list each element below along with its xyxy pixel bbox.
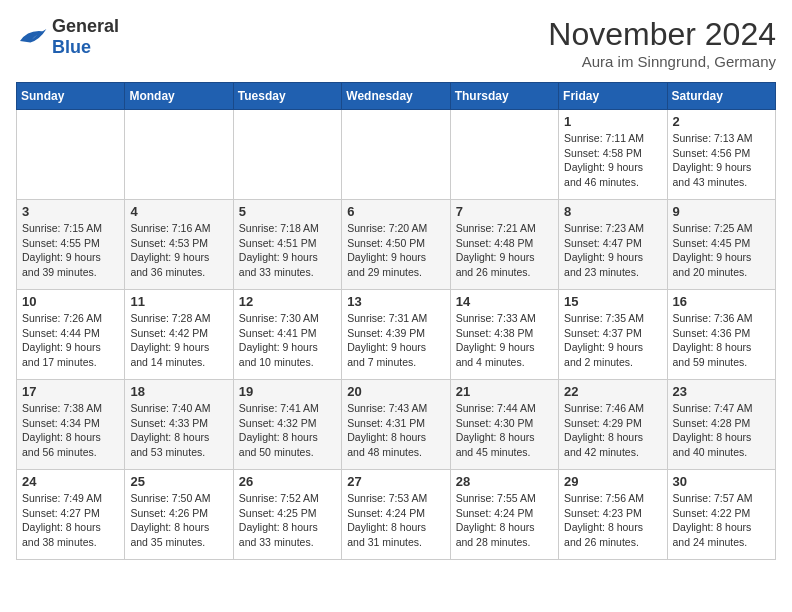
calendar-cell: 10Sunrise: 7:26 AM Sunset: 4:44 PM Dayli…: [17, 290, 125, 380]
logo-bird-icon: [16, 25, 48, 49]
logo-general: General: [52, 16, 119, 36]
calendar-cell: 3Sunrise: 7:15 AM Sunset: 4:55 PM Daylig…: [17, 200, 125, 290]
day-info: Sunrise: 7:38 AM Sunset: 4:34 PM Dayligh…: [22, 401, 119, 460]
calendar-week-row: 24Sunrise: 7:49 AM Sunset: 4:27 PM Dayli…: [17, 470, 776, 560]
calendar-cell: [125, 110, 233, 200]
calendar-cell: 4Sunrise: 7:16 AM Sunset: 4:53 PM Daylig…: [125, 200, 233, 290]
calendar-cell: 7Sunrise: 7:21 AM Sunset: 4:48 PM Daylig…: [450, 200, 558, 290]
day-number: 6: [347, 204, 444, 219]
day-number: 8: [564, 204, 661, 219]
day-number: 12: [239, 294, 336, 309]
day-info: Sunrise: 7:35 AM Sunset: 4:37 PM Dayligh…: [564, 311, 661, 370]
day-info: Sunrise: 7:30 AM Sunset: 4:41 PM Dayligh…: [239, 311, 336, 370]
calendar-cell: 17Sunrise: 7:38 AM Sunset: 4:34 PM Dayli…: [17, 380, 125, 470]
calendar-cell: 2Sunrise: 7:13 AM Sunset: 4:56 PM Daylig…: [667, 110, 775, 200]
location-title: Aura im Sinngrund, Germany: [548, 53, 776, 70]
logo: General Blue: [16, 16, 119, 58]
weekday-header-sunday: Sunday: [17, 83, 125, 110]
calendar-cell: 16Sunrise: 7:36 AM Sunset: 4:36 PM Dayli…: [667, 290, 775, 380]
day-number: 22: [564, 384, 661, 399]
logo-blue: Blue: [52, 37, 91, 57]
calendar-cell: [233, 110, 341, 200]
day-number: 1: [564, 114, 661, 129]
calendar-cell: 21Sunrise: 7:44 AM Sunset: 4:30 PM Dayli…: [450, 380, 558, 470]
day-number: 14: [456, 294, 553, 309]
day-info: Sunrise: 7:53 AM Sunset: 4:24 PM Dayligh…: [347, 491, 444, 550]
calendar-table: SundayMondayTuesdayWednesdayThursdayFrid…: [16, 82, 776, 560]
day-number: 7: [456, 204, 553, 219]
day-info: Sunrise: 7:49 AM Sunset: 4:27 PM Dayligh…: [22, 491, 119, 550]
calendar-cell: 25Sunrise: 7:50 AM Sunset: 4:26 PM Dayli…: [125, 470, 233, 560]
calendar-cell: 23Sunrise: 7:47 AM Sunset: 4:28 PM Dayli…: [667, 380, 775, 470]
day-number: 19: [239, 384, 336, 399]
day-info: Sunrise: 7:25 AM Sunset: 4:45 PM Dayligh…: [673, 221, 770, 280]
calendar-cell: 12Sunrise: 7:30 AM Sunset: 4:41 PM Dayli…: [233, 290, 341, 380]
calendar-cell: 19Sunrise: 7:41 AM Sunset: 4:32 PM Dayli…: [233, 380, 341, 470]
day-number: 13: [347, 294, 444, 309]
day-number: 29: [564, 474, 661, 489]
calendar-cell: 13Sunrise: 7:31 AM Sunset: 4:39 PM Dayli…: [342, 290, 450, 380]
day-info: Sunrise: 7:55 AM Sunset: 4:24 PM Dayligh…: [456, 491, 553, 550]
weekday-header-tuesday: Tuesday: [233, 83, 341, 110]
calendar-cell: 14Sunrise: 7:33 AM Sunset: 4:38 PM Dayli…: [450, 290, 558, 380]
weekday-header-saturday: Saturday: [667, 83, 775, 110]
day-info: Sunrise: 7:43 AM Sunset: 4:31 PM Dayligh…: [347, 401, 444, 460]
day-number: 27: [347, 474, 444, 489]
day-info: Sunrise: 7:11 AM Sunset: 4:58 PM Dayligh…: [564, 131, 661, 190]
day-number: 28: [456, 474, 553, 489]
calendar-cell: 29Sunrise: 7:56 AM Sunset: 4:23 PM Dayli…: [559, 470, 667, 560]
day-info: Sunrise: 7:36 AM Sunset: 4:36 PM Dayligh…: [673, 311, 770, 370]
calendar-cell: 6Sunrise: 7:20 AM Sunset: 4:50 PM Daylig…: [342, 200, 450, 290]
calendar-cell: [450, 110, 558, 200]
title-area: November 2024 Aura im Sinngrund, Germany: [548, 16, 776, 70]
calendar-week-row: 10Sunrise: 7:26 AM Sunset: 4:44 PM Dayli…: [17, 290, 776, 380]
calendar-week-row: 1Sunrise: 7:11 AM Sunset: 4:58 PM Daylig…: [17, 110, 776, 200]
day-number: 15: [564, 294, 661, 309]
day-info: Sunrise: 7:47 AM Sunset: 4:28 PM Dayligh…: [673, 401, 770, 460]
day-info: Sunrise: 7:44 AM Sunset: 4:30 PM Dayligh…: [456, 401, 553, 460]
calendar-cell: 30Sunrise: 7:57 AM Sunset: 4:22 PM Dayli…: [667, 470, 775, 560]
day-info: Sunrise: 7:20 AM Sunset: 4:50 PM Dayligh…: [347, 221, 444, 280]
day-number: 5: [239, 204, 336, 219]
month-title: November 2024: [548, 16, 776, 53]
day-info: Sunrise: 7:56 AM Sunset: 4:23 PM Dayligh…: [564, 491, 661, 550]
day-number: 3: [22, 204, 119, 219]
day-number: 2: [673, 114, 770, 129]
day-info: Sunrise: 7:41 AM Sunset: 4:32 PM Dayligh…: [239, 401, 336, 460]
calendar-cell: 15Sunrise: 7:35 AM Sunset: 4:37 PM Dayli…: [559, 290, 667, 380]
calendar-cell: 24Sunrise: 7:49 AM Sunset: 4:27 PM Dayli…: [17, 470, 125, 560]
calendar-week-row: 17Sunrise: 7:38 AM Sunset: 4:34 PM Dayli…: [17, 380, 776, 470]
calendar-cell: 11Sunrise: 7:28 AM Sunset: 4:42 PM Dayli…: [125, 290, 233, 380]
day-info: Sunrise: 7:46 AM Sunset: 4:29 PM Dayligh…: [564, 401, 661, 460]
weekday-header-friday: Friday: [559, 83, 667, 110]
calendar-cell: 27Sunrise: 7:53 AM Sunset: 4:24 PM Dayli…: [342, 470, 450, 560]
day-info: Sunrise: 7:23 AM Sunset: 4:47 PM Dayligh…: [564, 221, 661, 280]
calendar-week-row: 3Sunrise: 7:15 AM Sunset: 4:55 PM Daylig…: [17, 200, 776, 290]
calendar-cell: 26Sunrise: 7:52 AM Sunset: 4:25 PM Dayli…: [233, 470, 341, 560]
day-number: 16: [673, 294, 770, 309]
calendar-cell: 1Sunrise: 7:11 AM Sunset: 4:58 PM Daylig…: [559, 110, 667, 200]
calendar-cell: 28Sunrise: 7:55 AM Sunset: 4:24 PM Dayli…: [450, 470, 558, 560]
day-info: Sunrise: 7:57 AM Sunset: 4:22 PM Dayligh…: [673, 491, 770, 550]
day-number: 21: [456, 384, 553, 399]
logo-text: General Blue: [52, 16, 119, 58]
day-number: 9: [673, 204, 770, 219]
day-info: Sunrise: 7:13 AM Sunset: 4:56 PM Dayligh…: [673, 131, 770, 190]
day-number: 25: [130, 474, 227, 489]
calendar-cell: 5Sunrise: 7:18 AM Sunset: 4:51 PM Daylig…: [233, 200, 341, 290]
calendar-cell: [342, 110, 450, 200]
day-number: 11: [130, 294, 227, 309]
calendar-cell: 22Sunrise: 7:46 AM Sunset: 4:29 PM Dayli…: [559, 380, 667, 470]
page-header: General Blue November 2024 Aura im Sinng…: [16, 16, 776, 70]
day-number: 17: [22, 384, 119, 399]
day-info: Sunrise: 7:18 AM Sunset: 4:51 PM Dayligh…: [239, 221, 336, 280]
calendar-cell: 9Sunrise: 7:25 AM Sunset: 4:45 PM Daylig…: [667, 200, 775, 290]
calendar-cell: 18Sunrise: 7:40 AM Sunset: 4:33 PM Dayli…: [125, 380, 233, 470]
day-number: 30: [673, 474, 770, 489]
day-info: Sunrise: 7:52 AM Sunset: 4:25 PM Dayligh…: [239, 491, 336, 550]
day-info: Sunrise: 7:21 AM Sunset: 4:48 PM Dayligh…: [456, 221, 553, 280]
day-number: 4: [130, 204, 227, 219]
calendar-cell: [17, 110, 125, 200]
day-number: 10: [22, 294, 119, 309]
day-info: Sunrise: 7:16 AM Sunset: 4:53 PM Dayligh…: [130, 221, 227, 280]
